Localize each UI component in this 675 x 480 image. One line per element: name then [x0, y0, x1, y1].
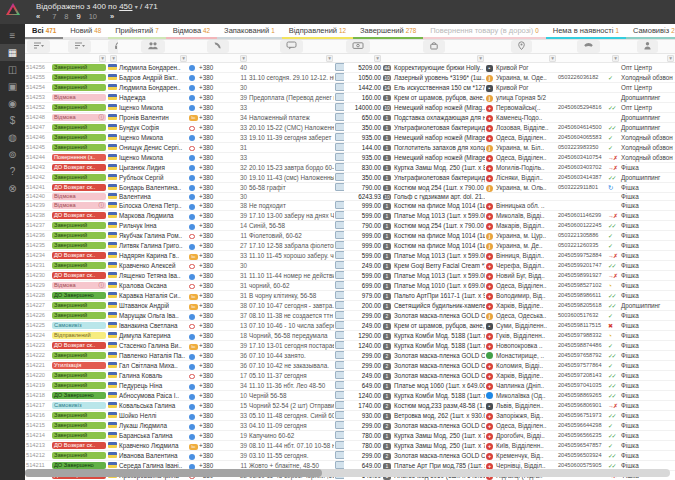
- product-name[interactable]: Крем от шрамов, рубцов, акне, ..: [393, 93, 485, 103]
- ttn-number[interactable]: 20450598527102: [557, 281, 607, 291]
- phone-prefix[interactable]: +380: [198, 371, 224, 381]
- page-button[interactable]: 7: [52, 12, 56, 21]
- order-status[interactable]: Завершений: [51, 221, 107, 231]
- order-status[interactable]: ДО Возврат ск..: [51, 211, 107, 221]
- column-operator-filter[interactable]: ▾: [107, 54, 118, 63]
- order-status[interactable]: Самовивіз: [51, 321, 107, 331]
- order-row[interactable]: 514227 Завершений Штаванок Андрій kc +38…: [25, 301, 675, 311]
- ttn-number[interactable]: 20450596503924: [557, 451, 607, 461]
- product-name[interactable]: Костюм мод,233 разм,48-58 (1..: [393, 401, 485, 411]
- product-name[interactable]: Немецкий набор ножей (Mirage ..: [393, 133, 485, 143]
- phone-prefix[interactable]: +380: [198, 351, 224, 361]
- phone-prefix[interactable]: +380: [198, 321, 224, 331]
- order-status[interactable]: Відмова: [51, 193, 107, 201]
- order-row[interactable]: 514243 ДО Возврат ск.. Цыганюк Лидия +38…: [25, 163, 675, 173]
- order-comment[interactable]: [248, 103, 334, 113]
- product-name[interactable]: Корректирующие брюки Holly..: [393, 63, 485, 73]
- client-name[interactable]: Каравка Наталія Си..: [118, 291, 188, 301]
- column-id[interactable]: [25, 40, 51, 54]
- phone-prefix[interactable]: +380: [198, 341, 224, 351]
- order-comment[interactable]: [248, 83, 334, 93]
- order-comment[interactable]: 20.10 15-22 (СМС) Наложенн..: [248, 123, 334, 133]
- order-status[interactable]: ДО Возврат ск..: [51, 183, 107, 193]
- client-name[interactable]: Баранська Галина: [118, 431, 188, 441]
- delivery-location[interactable]: Новопокровка ..: [495, 341, 557, 351]
- order-row[interactable]: 514237 Завершений Рильчук Інна +380 14 С…: [25, 221, 675, 231]
- tab-Відмова[interactable]: Відмова42: [166, 24, 217, 39]
- delivery-location[interactable]: Лозовая, Відділе..: [495, 123, 557, 133]
- order-comment[interactable]: [248, 261, 334, 271]
- order-row[interactable]: 514234 ДО Возврат ск.. Надярян Карина Гв…: [25, 251, 675, 261]
- orders-icon[interactable]: ▦: [0, 44, 25, 61]
- order-comment[interactable]: 03.10 11-55 сегодня.: [248, 451, 334, 461]
- order-row[interactable]: 514241 ДО Возврат ск.. Бондарь Валентина…: [25, 183, 675, 193]
- order-comment[interactable]: 20.10 15-23 завтра бордо 60-62: [248, 163, 334, 173]
- delivery-location[interactable]: Одеса, Відділен..: [495, 153, 557, 163]
- delivery-location[interactable]: Первомайськ(..: [495, 103, 557, 113]
- product-name[interactable]: Куртка Комби Мод. 5188 (1шт. х..: [393, 341, 485, 351]
- order-status[interactable]: Завершений: [51, 83, 107, 93]
- phone-prefix[interactable]: +380: [198, 153, 224, 163]
- phone-prefix[interactable]: +380: [198, 63, 224, 73]
- delivery-location[interactable]: Кременчук, Від..: [495, 451, 557, 461]
- order-row[interactable]: 514218 ДО Завершено Абносумова Раіса І..…: [25, 391, 675, 401]
- order-row[interactable]: 514225 Самовивіз Іванакина Светлана +380…: [25, 321, 675, 331]
- order-status[interactable]: Завершений: [51, 421, 107, 431]
- tab-Завершений[interactable]: Завершений278: [353, 24, 423, 39]
- order-row[interactable]: 514215 Завершений Лукаш Людмила +380 33 …: [25, 421, 675, 431]
- phone-prefix[interactable]: +380: [198, 281, 224, 291]
- ttn-number[interactable]: 20450598986611: [557, 291, 607, 301]
- column-status[interactable]: [51, 40, 107, 54]
- order-comment[interactable]: 19.10 11-39 сегодня заберет: [248, 133, 334, 143]
- order-status[interactable]: ДО Возврат ск..: [51, 341, 107, 351]
- tab-Нема в наявності[interactable]: Нема в наявності1: [546, 24, 626, 39]
- delivery-location[interactable]: Одеса, Одеська..: [495, 311, 557, 321]
- order-row[interactable]: 514212 Завершений Иванова Валентина +380…: [25, 451, 675, 461]
- client-name[interactable]: Пронів Валентин: [118, 113, 188, 123]
- order-row[interactable]: 514256 Завершений Людмила Бондарен.. +38…: [25, 63, 675, 73]
- order-row[interactable]: 514224 Відправлений Димула Катерина +380…: [25, 331, 675, 341]
- delivery-location[interactable]: Украина, м. Де..: [495, 241, 557, 251]
- ttn-number[interactable]: 20450598869265: [557, 391, 607, 401]
- order-row[interactable]: 514229 Відмоваⓘ Кралова Оксана +380 31 ч…: [25, 281, 675, 291]
- product-name[interactable]: Костюм на флисе Мод 1014 (1ш..: [393, 241, 485, 251]
- client-name[interactable]: Іщенко Микола: [118, 133, 188, 143]
- order-comment[interactable]: 11.10 11-45 хорошо заберу. чо..: [248, 251, 334, 261]
- settings-icon[interactable]: ⊚: [0, 146, 25, 163]
- delivery-location[interactable]: Запоріжжя, Від..: [495, 411, 557, 421]
- phone-prefix[interactable]: +380: [198, 143, 224, 153]
- reports-icon[interactable]: ◍: [0, 129, 25, 146]
- order-status[interactable]: Завершений: [51, 301, 107, 311]
- ttn-number[interactable]: [557, 83, 607, 93]
- page-button[interactable]: 9: [77, 12, 81, 21]
- order-comment[interactable]: [248, 143, 334, 153]
- column-client-filter[interactable]: ▾: [118, 54, 188, 63]
- logout-icon[interactable]: ⊗: [0, 180, 25, 197]
- phone-prefix[interactable]: +380: [198, 301, 224, 311]
- delivery-location[interactable]: [495, 193, 557, 201]
- order-status[interactable]: ДО Возврат ск..: [51, 251, 107, 261]
- product-name[interactable]: Куртка Комби Мод. 5188 (1шт. х..: [393, 391, 485, 401]
- client-name[interactable]: Димула Катерина: [118, 331, 188, 341]
- tab-Відправлений[interactable]: Відправлений12: [282, 24, 353, 39]
- delivery-location[interactable]: Одеса, Відділен..: [495, 421, 557, 431]
- phone-prefix[interactable]: +380: [198, 93, 224, 103]
- order-status[interactable]: ДО Возврат ск..: [51, 271, 107, 281]
- delivery-location[interactable]: Украина, м. Біл..: [495, 143, 557, 153]
- delivery-location[interactable]: Суми, Відділенн..: [495, 321, 557, 331]
- delivery-location[interactable]: Дрогобич, Відді..: [495, 431, 557, 441]
- order-row[interactable]: 514239 Відмоваⓘ Білоска Олена Петр.. +38…: [25, 201, 675, 211]
- ttn-number[interactable]: 0503223983350: [557, 143, 607, 153]
- product-name[interactable]: Золотая маска-пленка GOLD C..: [393, 451, 485, 461]
- order-row[interactable]: 514223 ДО Возврат ск.. Стасенко Галина В…: [25, 341, 675, 351]
- order-comment[interactable]: Синій, 56-58: [248, 221, 334, 231]
- order-status[interactable]: ДО Завершено: [51, 391, 107, 401]
- order-row[interactable]: 514252 Завершений Іщенко Микола +380 33 …: [25, 103, 675, 113]
- product-name[interactable]: Золотая маска-пленка GOLD C..: [393, 351, 485, 361]
- order-comment[interactable]: 11.10 11-44 номер не действи..: [248, 271, 334, 281]
- order-row[interactable]: 514228 ДО Завершено Каравка Наталія Си..…: [25, 291, 675, 301]
- column-status-filter[interactable]: ▾: [51, 54, 107, 63]
- phone-prefix[interactable]: +380: [198, 201, 224, 211]
- ttn-number[interactable]: 0503221305886: [557, 231, 607, 241]
- product-name[interactable]: Костюм на флисе Мод 1014 (1ш..: [393, 201, 485, 211]
